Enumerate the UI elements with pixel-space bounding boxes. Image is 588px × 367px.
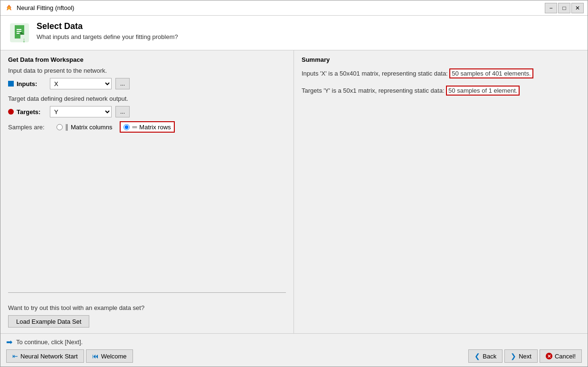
welcome-icon: ⏮	[92, 352, 99, 360]
matrix-columns-icon: ‖	[65, 123, 68, 131]
matrix-rows-label: Matrix rows	[139, 124, 171, 131]
targets-dropdown[interactable]: Y	[50, 106, 112, 117]
inputs-field-label: Inputs:	[17, 80, 37, 87]
footer-buttons: ⇤ Neural Network Start ⏮ Welcome ❮ Back …	[6, 349, 582, 363]
right-nav-buttons: ❮ Back ❯ Next ✕ Cancel!	[468, 349, 582, 363]
back-icon: ❮	[474, 352, 480, 360]
cancel-label: Cancel!	[555, 353, 576, 360]
targets-summary: Targets 'Y' is a 50x1 matrix, representi…	[302, 86, 580, 96]
targets-summary-highlight: 50 samples of 1 element.	[446, 86, 520, 96]
hint-text: To continue, click [Next].	[16, 338, 83, 346]
next-button[interactable]: ❯ Next	[504, 349, 538, 363]
minimize-button[interactable]: −	[545, 3, 557, 13]
back-button[interactable]: ❮ Back	[468, 349, 503, 363]
hint-arrow-icon: ➡	[6, 338, 12, 347]
example-text: Want to try out this tool with an exampl…	[8, 304, 286, 311]
inputs-browse-button[interactable]: ...	[115, 78, 130, 89]
back-label: Back	[483, 353, 496, 360]
footer-hint: ➡ To continue, click [Next].	[6, 338, 582, 347]
workspace-title: Get Data from Workspace	[8, 56, 286, 63]
matrix-rows-option[interactable]: ═ Matrix rows	[120, 121, 174, 133]
svg-rect-6	[17, 31, 21, 32]
summary-title: Summary	[302, 56, 580, 63]
window-controls: − □ ✕	[545, 3, 584, 13]
divider	[8, 292, 286, 293]
targets-browse-button[interactable]: ...	[115, 106, 130, 117]
targets-row: Targets: Y ...	[8, 106, 286, 117]
next-label: Next	[519, 353, 531, 360]
inputs-dropdown[interactable]: X	[50, 78, 112, 89]
inputs-label: Inputs:	[8, 80, 46, 87]
svg-text:↓: ↓	[22, 36, 26, 44]
left-panel: Get Data from Workspace Input data to pr…	[0, 50, 294, 333]
radio-group: ‖ Matrix columns ═ Matrix rows	[57, 121, 175, 133]
welcome-label: Welcome	[101, 353, 127, 360]
window-title: Neural Fitting (nftool)	[17, 4, 545, 11]
footer: ➡ To continue, click [Next]. ⇤ Neural Ne…	[0, 333, 588, 367]
targets-description: Target data defining desired network out…	[8, 95, 286, 102]
targets-label: Targets:	[8, 108, 46, 116]
welcome-button[interactable]: ⏮ Welcome	[86, 349, 133, 363]
inputs-summary: Inputs 'X' is a 50x401 matrix, represent…	[302, 69, 580, 78]
cancel-icon: ✕	[546, 353, 552, 359]
svg-rect-5	[17, 29, 21, 30]
title-bar: Neural Fitting (nftool) − □ ✕	[0, 0, 588, 16]
next-icon: ❯	[511, 352, 516, 360]
page-subtitle: What inputs and targets define your fitt…	[37, 33, 178, 40]
targets-field-label: Targets:	[17, 108, 40, 116]
maximize-button[interactable]: □	[558, 3, 570, 13]
load-example-button[interactable]: Load Example Data Set	[8, 315, 89, 328]
left-nav-buttons: ⇤ Neural Network Start ⏮ Welcome	[6, 349, 133, 363]
close-button[interactable]: ✕	[571, 3, 584, 13]
matrix-columns-label: Matrix columns	[71, 124, 112, 131]
main-window: Neural Fitting (nftool) − □ ✕ ↓ Select D	[0, 0, 588, 367]
example-section: Want to try out this tool with an exampl…	[8, 299, 286, 328]
targets-summary-prefix: Targets 'Y' is a 50x1 matrix, representi…	[302, 87, 446, 94]
inputs-summary-prefix: Inputs 'X' is a 50x401 matrix, represent…	[302, 70, 449, 77]
matrix-columns-option[interactable]: ‖ Matrix columns	[57, 123, 112, 131]
matrix-rows-icon: ═	[132, 123, 137, 131]
header-text: Select Data What inputs and targets defi…	[37, 21, 178, 40]
neural-network-start-button[interactable]: ⇤ Neural Network Start	[6, 349, 84, 363]
right-panel: Summary Inputs 'X' is a 50x401 matrix, r…	[294, 50, 588, 333]
app-icon	[4, 3, 14, 13]
inputs-description: Input data to present to the network.	[8, 67, 286, 74]
inputs-summary-highlight: 50 samples of 401 elements.	[449, 68, 533, 78]
neural-start-icon: ⇤	[12, 352, 18, 360]
svg-rect-7	[17, 33, 19, 34]
inputs-color-icon	[8, 81, 14, 87]
main-content: Get Data from Workspace Input data to pr…	[0, 50, 588, 333]
samples-row: Samples are: ‖ Matrix columns ═ Matrix r…	[8, 121, 286, 133]
neural-start-label: Neural Network Start	[20, 353, 78, 360]
cancel-button[interactable]: ✕ Cancel!	[540, 349, 582, 363]
workspace-section: Get Data from Workspace Input data to pr…	[8, 56, 286, 138]
header-section: ↓ Select Data What inputs and targets de…	[0, 16, 588, 50]
matrix-rows-radio[interactable]	[123, 124, 130, 130]
samples-label: Samples are:	[8, 124, 51, 131]
targets-color-icon	[8, 109, 14, 115]
matrix-columns-radio[interactable]	[57, 124, 63, 130]
page-title: Select Data	[37, 21, 178, 31]
header-icon: ↓	[8, 21, 31, 44]
inputs-row: Inputs: X ...	[8, 78, 286, 89]
